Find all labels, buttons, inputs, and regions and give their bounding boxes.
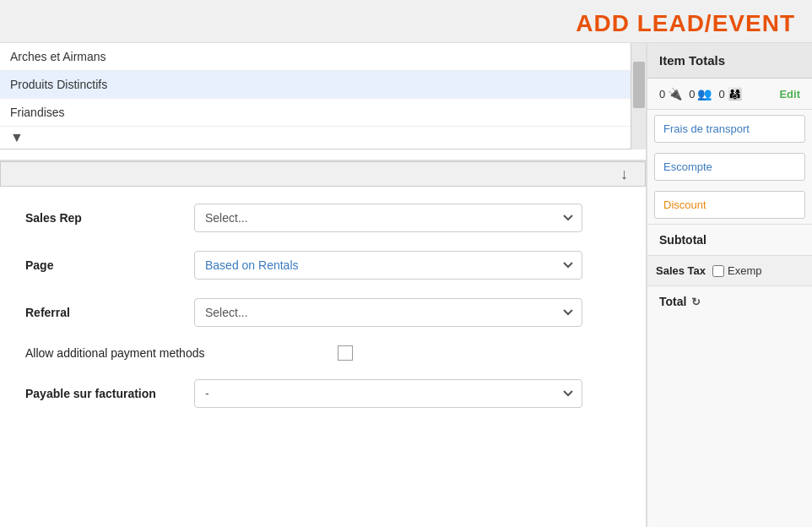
subtotal-row: Subtotal	[647, 224, 812, 255]
payable-select[interactable]: -	[194, 379, 582, 408]
allow-payment-label: Allow additional payment methods	[25, 346, 329, 360]
allow-payment-checkbox[interactable]	[338, 345, 353, 361]
sales-rep-control: Select...	[194, 204, 582, 232]
persons-count: 0 👥	[689, 87, 712, 101]
list-item[interactable]: Arches et Airmans	[0, 43, 631, 71]
power-icon: 🔌	[668, 87, 682, 101]
list-items: Arches et Airmans Produits Distinctifs F…	[0, 43, 631, 149]
form-section: Sales Rep Select... Page Based on Rental…	[0, 187, 646, 527]
power-count: 0 🔌	[659, 87, 682, 101]
dropdown-arrow-button[interactable]: ▼	[10, 130, 24, 145]
page-select[interactable]: Based on Rentals	[194, 251, 582, 280]
page-control: Based on Rentals	[194, 251, 582, 280]
list-item[interactable]: Friandises	[0, 99, 631, 127]
sales-rep-row: Sales Rep Select...	[25, 204, 620, 232]
page-row: Page Based on Rentals	[25, 251, 620, 280]
total-label: Total	[659, 295, 686, 308]
right-panel: Item Totals 0 🔌 0 👥 0 👨‍👩‍👧 Edit Frais d…	[647, 43, 812, 527]
scrollbar-track[interactable]	[631, 43, 646, 149]
left-panel: Arches et Airmans Produits Distinctifs F…	[0, 43, 647, 527]
allow-payment-row: Allow additional payment methods	[25, 345, 620, 361]
referral-label: Referral	[25, 306, 194, 319]
power-count-value: 0	[659, 88, 665, 101]
page-label: Page	[25, 258, 194, 272]
list-item-selected[interactable]: Produits Distinctifs	[0, 71, 631, 99]
persons-count-value: 0	[689, 88, 695, 101]
arrow-down-icon: ↓	[620, 166, 628, 183]
total-row: Total ↻	[647, 286, 812, 317]
referral-select[interactable]: Select...	[194, 298, 582, 327]
persons-icon: 👥	[697, 87, 712, 101]
groups-icon: 👨‍👩‍👧	[728, 87, 742, 101]
sales-tax-label: Sales Tax	[656, 264, 706, 277]
exempt-label: Exemp	[728, 264, 761, 277]
header: ADD LEAD/EVENT	[0, 0, 812, 42]
groups-count-value: 0	[718, 88, 724, 101]
edit-link[interactable]: Edit	[779, 88, 800, 101]
sales-rep-label: Sales Rep	[25, 211, 194, 225]
discount-field[interactable]: Discount	[654, 191, 805, 219]
payable-label: Payable sur facturation	[25, 387, 194, 400]
referral-row: Referral Select...	[25, 298, 620, 327]
page-title: ADD LEAD/EVENT	[576, 10, 795, 37]
item-counts-row: 0 🔌 0 👥 0 👨‍👩‍👧 Edit	[647, 79, 812, 110]
arrow-down-bar: ↓	[0, 161, 646, 187]
sales-tax-row: Sales Tax Exemp	[647, 255, 812, 286]
main-content: Arches et Airmans Produits Distinctifs F…	[0, 42, 812, 527]
exempt-checkbox[interactable]	[712, 265, 724, 277]
payable-row: Payable sur facturation -	[25, 379, 620, 408]
scrollbar-thumb	[633, 62, 645, 108]
item-totals-header: Item Totals	[647, 43, 812, 79]
refresh-icon[interactable]: ↻	[691, 296, 701, 308]
escompte-field[interactable]: Escompte	[654, 153, 805, 181]
groups-count: 0 👨‍👩‍👧	[718, 87, 741, 101]
dropdown-arrow-row: ▼	[0, 127, 631, 149]
payable-control: -	[194, 379, 582, 408]
sales-rep-select[interactable]: Select...	[194, 204, 582, 232]
dropdown-list-area: Arches et Airmans Produits Distinctifs F…	[0, 43, 646, 161]
frais-field[interactable]: Frais de transport	[654, 115, 805, 143]
referral-control: Select...	[194, 298, 582, 327]
